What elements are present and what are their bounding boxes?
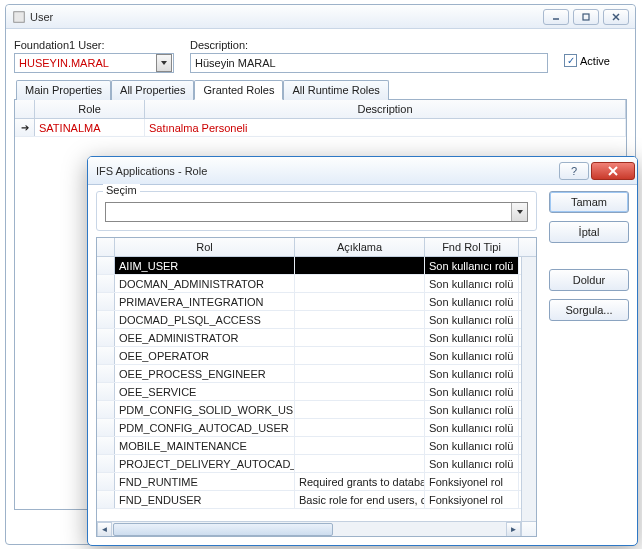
column-header-aciklama[interactable]: Açıklama: [295, 238, 425, 256]
cell-rol[interactable]: PDM_CONFIG_SOLID_WORK_USE: [115, 401, 295, 418]
cancel-button[interactable]: İptal: [549, 221, 629, 243]
cell-aciklama[interactable]: [295, 275, 425, 292]
cell-fnd-rol-tipi[interactable]: Son kullanıcı rolü: [425, 257, 519, 274]
ok-button[interactable]: Tamam: [549, 191, 629, 213]
tab-granted-roles[interactable]: Granted Roles: [194, 80, 283, 100]
cell-fnd-rol-tipi[interactable]: Son kullanıcı rolü: [425, 365, 519, 382]
cell-aciklama[interactable]: [295, 383, 425, 400]
close-button[interactable]: [603, 9, 629, 25]
description-field[interactable]: Hüseyin MARAL: [190, 53, 548, 73]
cell-rol[interactable]: OEE_ADMINISTRATOR: [115, 329, 295, 346]
column-header-fnd-rol-tipi[interactable]: Fnd Rol Tipi: [425, 238, 519, 256]
selection-group-label: Seçim: [103, 184, 140, 196]
row-header: [97, 437, 115, 454]
cell-fnd-rol-tipi[interactable]: Son kullanıcı rolü: [425, 329, 519, 346]
table-row[interactable]: PROJECT_DELIVERY_AUTOCAD_U Son kullanıcı…: [97, 455, 521, 473]
tab-main-properties[interactable]: Main Properties: [16, 80, 111, 100]
vertical-scrollbar[interactable]: [521, 257, 536, 521]
table-row[interactable]: OEE_PROCESS_ENGINEER Son kullanıcı rolü: [97, 365, 521, 383]
dialog-close-button[interactable]: [591, 162, 635, 180]
column-header-role[interactable]: Role: [35, 100, 145, 118]
cell-fnd-rol-tipi[interactable]: Son kullanıcı rolü: [425, 311, 519, 328]
query-button[interactable]: Sorgula...: [549, 299, 629, 321]
scroll-left-button[interactable]: ◄: [97, 522, 112, 537]
cell-fnd-rol-tipi[interactable]: Son kullanıcı rolü: [425, 275, 519, 292]
row-header: [97, 347, 115, 364]
cell-rol[interactable]: MOBILE_MAINTENANCE: [115, 437, 295, 454]
cell-role[interactable]: SATINALMA: [35, 119, 145, 136]
row-header: [97, 383, 115, 400]
table-row[interactable]: PDM_CONFIG_AUTOCAD_USER Son kullanıcı ro…: [97, 419, 521, 437]
row-header: [97, 293, 115, 310]
minimize-button[interactable]: [543, 9, 569, 25]
selection-dropdown-button[interactable]: [511, 203, 527, 221]
cell-fnd-rol-tipi[interactable]: Son kullanıcı rolü: [425, 419, 519, 436]
cell-aciklama[interactable]: [295, 365, 425, 382]
cell-aciklama[interactable]: [295, 455, 425, 472]
cell-rol[interactable]: OEE_PROCESS_ENGINEER: [115, 365, 295, 382]
fill-button[interactable]: Doldur: [549, 269, 629, 291]
cell-rol[interactable]: PROJECT_DELIVERY_AUTOCAD_U: [115, 455, 295, 472]
cell-aciklama[interactable]: [295, 329, 425, 346]
selection-combobox[interactable]: [105, 202, 528, 222]
cell-rol[interactable]: OEE_SERVICE: [115, 383, 295, 400]
table-row[interactable]: ➔ SATINALMA Satınalma Personeli: [15, 119, 626, 137]
cell-aciklama[interactable]: [295, 293, 425, 310]
cell-rol[interactable]: FND_RUNTIME: [115, 473, 295, 490]
table-row[interactable]: FND_ENDUSER Basic role for end users, co…: [97, 491, 521, 509]
table-row[interactable]: PDM_CONFIG_SOLID_WORK_USE Son kullanıcı …: [97, 401, 521, 419]
table-row[interactable]: AIIM_USER Son kullanıcı rolü: [97, 257, 521, 275]
table-row[interactable]: OEE_SERVICE Son kullanıcı rolü: [97, 383, 521, 401]
horizontal-scrollbar[interactable]: ◄ ►: [97, 521, 536, 536]
role-dialog-titlebar[interactable]: IFS Applications - Role ?: [88, 157, 637, 185]
cell-rol[interactable]: PRIMAVERA_INTEGRATION: [115, 293, 295, 310]
cell-aciklama[interactable]: Required grants to database ob: [295, 473, 425, 490]
cell-fnd-rol-tipi[interactable]: Son kullanıcı rolü: [425, 437, 519, 454]
scroll-thumb[interactable]: [113, 523, 333, 536]
tab-all-runtime-roles[interactable]: All Runtime Roles: [283, 80, 388, 100]
table-row[interactable]: FND_RUNTIME Required grants to database …: [97, 473, 521, 491]
cell-fnd-rol-tipi[interactable]: Fonksiyonel rol: [425, 473, 519, 490]
table-row[interactable]: MOBILE_MAINTENANCE Son kullanıcı rolü: [97, 437, 521, 455]
cell-fnd-rol-tipi[interactable]: Fonksiyonel rol: [425, 491, 519, 508]
cell-rol[interactable]: DOCMAD_PLSQL_ACCESS: [115, 311, 295, 328]
cell-fnd-rol-tipi[interactable]: Son kullanıcı rolü: [425, 455, 519, 472]
cell-rol[interactable]: AIIM_USER: [115, 257, 295, 274]
cell-aciklama[interactable]: [295, 437, 425, 454]
user-field[interactable]: HUSEYIN.MARAL: [14, 53, 174, 73]
table-row[interactable]: DOCMAD_PLSQL_ACCESS Son kullanıcı rolü: [97, 311, 521, 329]
tab-all-properties[interactable]: All Properties: [111, 80, 194, 100]
table-row[interactable]: OEE_ADMINISTRATOR Son kullanıcı rolü: [97, 329, 521, 347]
user-dropdown-button[interactable]: [156, 54, 172, 72]
cell-fnd-rol-tipi[interactable]: Son kullanıcı rolü: [425, 293, 519, 310]
user-window-titlebar[interactable]: User: [6, 5, 635, 29]
cell-rol[interactable]: FND_ENDUSER: [115, 491, 295, 508]
cell-aciklama[interactable]: [295, 257, 425, 274]
active-checkbox[interactable]: ✓: [564, 54, 577, 67]
cell-rol[interactable]: PDM_CONFIG_AUTOCAD_USER: [115, 419, 295, 436]
cell-fnd-rol-tipi[interactable]: Son kullanıcı rolü: [425, 383, 519, 400]
column-header-rol[interactable]: Rol: [115, 238, 295, 256]
scroll-track[interactable]: [112, 522, 506, 536]
cell-aciklama[interactable]: [295, 401, 425, 418]
help-button[interactable]: ?: [559, 162, 589, 180]
row-header-corner: [15, 100, 35, 118]
cell-rol[interactable]: DOCMAN_ADMINISTRATOR: [115, 275, 295, 292]
cell-aciklama[interactable]: [295, 419, 425, 436]
table-row[interactable]: DOCMAN_ADMINISTRATOR Son kullanıcı rolü: [97, 275, 521, 293]
cell-fnd-rol-tipi[interactable]: Son kullanıcı rolü: [425, 401, 519, 418]
scroll-right-button[interactable]: ►: [506, 522, 521, 537]
cell-rol[interactable]: OEE_OPERATOR: [115, 347, 295, 364]
roles-grid[interactable]: Rol Açıklama Fnd Rol Tipi AIIM_USER Son …: [96, 237, 537, 537]
table-row[interactable]: OEE_OPERATOR Son kullanıcı rolü: [97, 347, 521, 365]
selection-group: Seçim: [96, 191, 537, 231]
row-header: [97, 473, 115, 490]
maximize-button[interactable]: [573, 9, 599, 25]
table-row[interactable]: PRIMAVERA_INTEGRATION Son kullanıcı rolü: [97, 293, 521, 311]
column-header-description[interactable]: Description: [145, 100, 626, 118]
cell-aciklama[interactable]: [295, 347, 425, 364]
cell-aciklama[interactable]: Basic role for end users, contai: [295, 491, 425, 508]
cell-aciklama[interactable]: [295, 311, 425, 328]
cell-description[interactable]: Satınalma Personeli: [145, 119, 626, 136]
cell-fnd-rol-tipi[interactable]: Son kullanıcı rolü: [425, 347, 519, 364]
